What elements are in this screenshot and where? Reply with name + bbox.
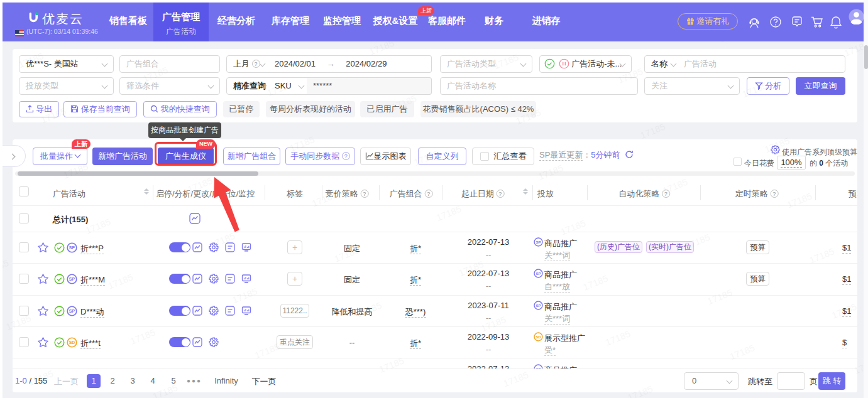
svg-text:SP: SP: [536, 303, 541, 308]
svg-text:SD: SD: [536, 335, 541, 339]
svg-text:SP: SP: [69, 309, 75, 313]
svg-text:SP: SP: [536, 240, 541, 244]
svg-text:SP: SP: [69, 277, 75, 281]
svg-text:SP: SP: [69, 245, 75, 250]
svg-text:SD: SD: [69, 340, 75, 345]
svg-text:SP: SP: [536, 271, 541, 276]
